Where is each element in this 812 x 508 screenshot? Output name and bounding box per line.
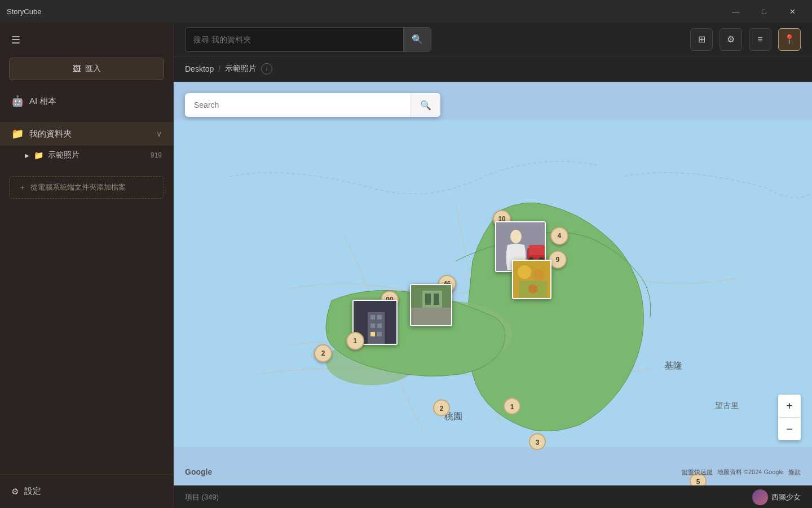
svg-point-34 [518,265,531,279]
svg-rect-19 [377,323,382,328]
cluster-4[interactable]: 4 [550,227,568,245]
search-button[interactable]: 🔍 [403,28,431,51]
sidebar-item-sample-photos[interactable]: ▶ 📁 示範照片 919 [0,146,173,165]
status-bar: 項目 (349) 西獭少女 [174,485,812,508]
import-icon: 🖼 [73,64,81,73]
zoom-in-button[interactable]: + [778,395,801,417]
menu-button[interactable]: ☰ [7,32,25,49]
map-credits: 鍵盤快速鍵 地圖資料 ©2024 Google 條款 [682,468,801,476]
titlebar-left: StoryCube [7,7,41,16]
google-brand: Google [185,467,212,476]
thumbnail-street[interactable] [410,284,452,326]
import-label: 匯入 [85,64,101,74]
sidebar-item-my-folder[interactable]: 📁 我的資料夾 ∨ [0,122,173,146]
sidebar-section-ai: 🤖 AI 相本 [0,85,173,117]
svg-point-37 [528,284,537,294]
svg-rect-21 [377,332,382,336]
sidebar: ☰ 🖼 匯入 🤖 AI 相本 📁 我的資料夾 ∨ ▶ 📁 示範照片 919 [0,23,174,508]
cluster-badge-2: 2 [314,344,332,362]
info-button[interactable]: i [261,63,272,75]
subfolder-count: 919 [151,151,162,159]
sidebar-item-ai-album[interactable]: 🤖 AI 相本 [0,89,173,113]
terms-label[interactable]: 條款 [788,468,801,476]
app-title: StoryCube [7,7,41,16]
google-label: Google [185,467,212,476]
svg-rect-26 [434,294,439,305]
zoom-controls: + − [778,395,801,440]
toolbar: 🔍 ⊞ ⚙ ≡ 📍 [174,23,812,56]
view-icon: ⊞ [698,34,705,45]
location-button[interactable]: 📍 [778,28,801,51]
map-search-input[interactable] [185,95,411,115]
app-container: ☰ 🖼 匯入 🤖 AI 相本 📁 我的資料夾 ∨ ▶ 📁 示範照片 919 [0,23,812,508]
breadcrumb-separator: / [218,64,220,73]
cluster-badge-4: 4 [550,227,568,245]
folder-icon: 📁 [11,128,24,140]
svg-text:基隆: 基隆 [664,361,682,370]
svg-text:3: 3 [536,439,540,446]
thumbnail-food[interactable] [512,260,551,299]
close-button[interactable]: ✕ [779,0,805,23]
add-folder-button[interactable]: ＋ 從電腦系統端文件夾添加檔案 [9,176,164,199]
plus-icon: ＋ [19,182,26,192]
location-icon: 📍 [784,34,795,45]
titlebar: StoryCube — □ ✕ [0,0,812,23]
minimize-button[interactable]: — [723,0,749,23]
map-container[interactable]: 基隆 望古里 桃園 2 1 3 5 🔍 [174,82,812,485]
item-count: 項目 (349) [185,492,219,502]
svg-text:1: 1 [510,403,514,411]
info-icon: i [266,65,267,72]
maximize-button[interactable]: □ [751,0,777,23]
sort-button[interactable]: ≡ [749,28,771,51]
breadcrumb-folder[interactable]: 示範照片 [225,64,257,74]
svg-rect-30 [529,245,545,255]
filter-button[interactable]: ⚙ [720,28,742,51]
svg-rect-25 [425,294,431,305]
sidebar-item-label-ai: AI 相本 [29,96,162,107]
breadcrumb-desktop[interactable]: Desktop [185,64,214,73]
svg-text:2: 2 [440,405,444,413]
sidebar-item-settings[interactable]: ⚙ 設定 [11,481,162,501]
chevron-down-icon: ∨ [156,129,162,138]
ai-album-icon: 🤖 [11,95,24,107]
import-button[interactable]: 🖼 匯入 [9,58,164,80]
logo-text: 西獭少女 [771,492,801,502]
settings-icon: ⚙ [11,487,19,497]
map-data-label: 地圖資料 ©2024 Google [717,468,784,476]
svg-rect-15 [368,312,385,345]
view-button[interactable]: ⊞ [690,28,713,51]
map-search-bar: 🔍 [185,93,440,117]
zoom-out-button[interactable]: − [778,418,801,440]
search-icon: 🔍 [412,34,423,44]
svg-text:5: 5 [696,478,700,486]
sidebar-footer: ⚙ 設定 [0,474,173,508]
sidebar-section-folders: 📁 我的資料夾 ∨ ▶ 📁 示範照片 919 [0,117,173,169]
svg-rect-17 [377,315,382,319]
sidebar-item-label-myfolder: 我的資料夾 [29,129,151,139]
subfolder-icon: 📁 [34,151,43,160]
search-input[interactable] [186,30,403,49]
map-background: 基隆 望古里 桃園 2 1 3 5 [174,82,812,485]
sidebar-header: ☰ [0,23,173,53]
main-content: 🔍 ⊞ ⚙ ≡ 📍 Desktop / 示範照片 i [174,23,812,508]
svg-point-35 [533,269,544,281]
cluster-badge-1: 1 [346,332,364,350]
svg-point-28 [510,230,522,243]
map-search-button[interactable]: 🔍 [411,93,440,117]
titlebar-controls: — □ ✕ [723,0,805,23]
sort-icon: ≡ [757,34,762,45]
keyboard-shortcut-label[interactable]: 鍵盤快速鍵 [682,468,713,476]
expand-icon: ▶ [25,152,29,159]
filter-icon: ⚙ [727,34,735,45]
svg-text:望古里: 望古里 [715,401,739,410]
subfolder-label: 示範照片 [48,150,80,160]
svg-rect-20 [370,332,375,336]
cluster-2[interactable]: 2 [314,344,332,362]
cluster-1[interactable]: 1 [346,332,364,350]
add-folder-label: 從電腦系統端文件夾添加檔案 [30,182,126,192]
search-bar: 🔍 [185,27,431,52]
map-search-icon: 🔍 [420,100,431,110]
svg-rect-23 [411,308,452,326]
breadcrumb: Desktop / 示範照片 i [174,56,812,82]
svg-rect-18 [370,323,375,328]
